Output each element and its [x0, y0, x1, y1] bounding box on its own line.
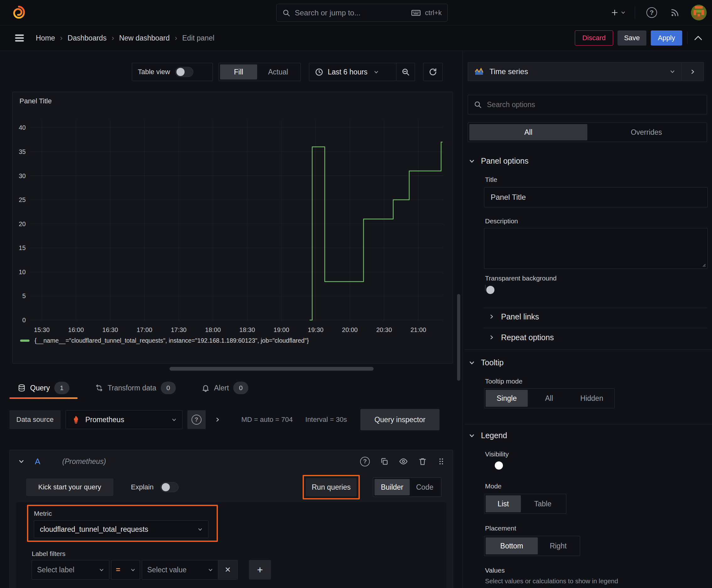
panel-links-section-header[interactable]: Panel links: [489, 310, 539, 323]
eye-icon: [399, 457, 408, 466]
transparent-background-toggle[interactable]: [485, 285, 486, 291]
resize-grip-icon[interactable]: [701, 262, 706, 267]
grafana-logo-icon[interactable]: [11, 5, 26, 20]
add-new-button[interactable]: [606, 4, 630, 21]
datasource-picker[interactable]: Prometheus: [66, 410, 182, 429]
actual-option[interactable]: Actual: [257, 64, 299, 80]
chevron-down-icon: [374, 70, 379, 75]
panel-options-section-header[interactable]: Panel options: [469, 156, 528, 166]
chart-legend[interactable]: {__name__="cloudflared_tunnel_total_requ…: [20, 337, 309, 344]
legend-section-header[interactable]: Legend: [469, 431, 507, 440]
toggle-viz-pane-button[interactable]: [682, 63, 704, 81]
select-value-group: Select value ✕: [142, 560, 238, 580]
code-option[interactable]: Code: [410, 479, 440, 495]
hamburger-menu-button[interactable]: [13, 33, 26, 44]
tooltip-mode-hidden[interactable]: Hidden: [570, 390, 613, 407]
query-toolbar: Kick start your query Explain Run querie…: [10, 473, 453, 502]
kick-start-query-button[interactable]: Kick start your query: [26, 478, 113, 496]
keyboard-icon: [411, 9, 421, 17]
legend-placement-bottom[interactable]: Bottom: [486, 538, 538, 554]
chevron-down-icon: [208, 568, 213, 572]
fill-option[interactable]: Fill: [220, 64, 257, 80]
tab-overrides[interactable]: Overrides: [587, 124, 706, 141]
description-textarea[interactable]: [484, 228, 707, 269]
panel-links-heading: Panel links: [501, 312, 539, 321]
apply-button[interactable]: Apply: [651, 30, 682, 45]
table-view-toggle[interactable]: [175, 67, 193, 77]
run-queries-button[interactable]: Run queries: [306, 478, 357, 496]
legend-placement-right[interactable]: Right: [538, 538, 579, 554]
delete-query-button[interactable]: [418, 457, 427, 466]
panel-title-field: [484, 187, 708, 207]
panel-resize-handle[interactable]: [170, 367, 373, 371]
breadcrumb-home[interactable]: Home: [36, 34, 55, 42]
collapse-header-button[interactable]: [691, 33, 705, 44]
tooltip-mode-all[interactable]: All: [528, 390, 570, 407]
chevron-right-icon: [489, 335, 494, 340]
refresh-button[interactable]: [423, 63, 443, 81]
query-options-expand-button[interactable]: [211, 410, 224, 429]
help-button[interactable]: ?: [644, 5, 659, 20]
query-ref-id[interactable]: A: [35, 457, 40, 466]
nav-bar: Home › Dashboards › New dashboard › Edit…: [0, 25, 712, 51]
query-inspector-button[interactable]: Query inspector: [360, 409, 439, 430]
breadcrumb-new-dashboard[interactable]: New dashboard: [119, 34, 170, 42]
remove-filter-button[interactable]: ✕: [218, 560, 238, 580]
vertical-scrollbar[interactable]: [457, 294, 460, 381]
tab-alert[interactable]: Alert 0: [193, 377, 257, 399]
datasource-help-button[interactable]: ?: [188, 410, 206, 429]
global-search[interactable]: ctrl+k: [276, 4, 448, 22]
select-value-dropdown[interactable]: Select value: [142, 560, 218, 580]
operator-dropdown[interactable]: =: [111, 560, 140, 580]
save-button[interactable]: Save: [618, 30, 646, 45]
time-range-picker[interactable]: Last 6 hours: [309, 68, 396, 76]
svg-text:0: 0: [22, 317, 26, 323]
panel-title-input[interactable]: [486, 193, 706, 202]
search-icon: [474, 101, 482, 109]
query-help-button[interactable]: ?: [360, 457, 370, 466]
svg-text:20:30: 20:30: [376, 327, 392, 333]
time-series-chart[interactable]: 051015202530354015:3016:0016:3017:0017:3…: [13, 92, 453, 347]
discard-button[interactable]: Discard: [575, 30, 613, 45]
builder-option[interactable]: Builder: [374, 479, 410, 495]
search-icon: [282, 9, 290, 17]
hamburger-icon: [14, 34, 25, 42]
toggle-query-visibility-button[interactable]: [399, 457, 408, 466]
prometheus-icon: [71, 415, 80, 424]
tab-transform-data[interactable]: Transform data 0: [87, 377, 184, 399]
global-search-input[interactable]: [295, 8, 407, 17]
tooltip-mode-label: Tooltip mode: [485, 378, 522, 385]
options-search[interactable]: [468, 95, 707, 114]
datasource-value: Prometheus: [85, 416, 167, 424]
legend-series-label[interactable]: {__name__="cloudflared_tunnel_total_requ…: [35, 337, 309, 344]
svg-text:10: 10: [19, 269, 26, 275]
options-search-input[interactable]: [487, 101, 701, 109]
metric-select[interactable]: cloudflared_tunnel_total_requests: [34, 521, 209, 538]
table-view-control: Table view: [132, 63, 213, 81]
query-datasource-hint: (Prometheus): [62, 457, 106, 466]
chevron-down-icon: [198, 527, 202, 532]
legend-mode-list[interactable]: List: [486, 495, 521, 512]
chevron-down-icon: [99, 568, 104, 572]
chevron-down-icon: [621, 10, 625, 15]
zoom-out-time-button[interactable]: [396, 63, 415, 81]
explain-toggle[interactable]: [160, 482, 179, 492]
select-label-dropdown[interactable]: Select label: [32, 560, 109, 580]
drag-query-handle[interactable]: [437, 457, 445, 466]
tooltip-section-header[interactable]: Tooltip: [469, 358, 503, 367]
breadcrumb-dashboards[interactable]: Dashboards: [67, 34, 106, 42]
visualization-select[interactable]: Time series: [468, 67, 681, 76]
tab-all[interactable]: All: [469, 124, 587, 141]
tooltip-mode-switch: Single All Hidden: [484, 388, 615, 408]
panel-preview: Panel Title 051015202530354015:3016:0016…: [12, 92, 453, 364]
collapse-query-button[interactable]: [19, 459, 24, 464]
chevron-down-icon: [172, 417, 176, 422]
add-filter-button[interactable]: +: [249, 560, 271, 580]
news-rss-button[interactable]: [667, 5, 683, 20]
duplicate-query-button[interactable]: [380, 457, 389, 466]
repeat-options-section-header[interactable]: Repeat options: [489, 331, 554, 344]
legend-mode-table[interactable]: Table: [521, 495, 565, 512]
tab-query[interactable]: Query 1: [9, 377, 78, 399]
tooltip-mode-single[interactable]: Single: [486, 390, 528, 407]
user-avatar[interactable]: [691, 5, 707, 20]
